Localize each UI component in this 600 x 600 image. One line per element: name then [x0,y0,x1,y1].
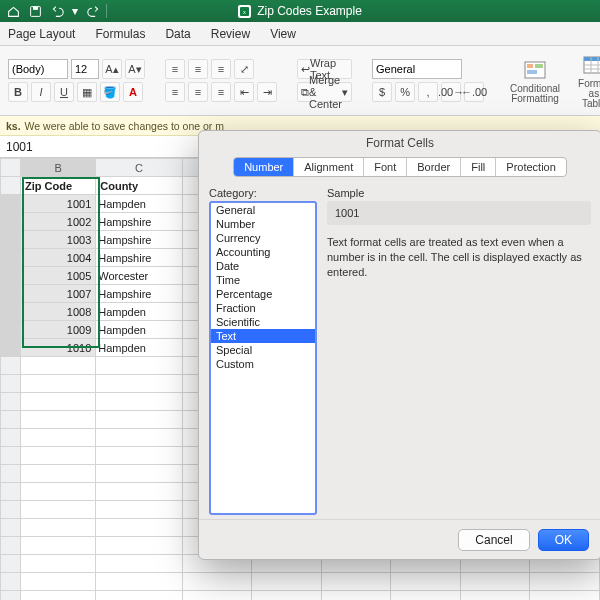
row-header[interactable] [1,591,21,601]
border-button[interactable]: ▦ [77,82,97,102]
row-header[interactable] [1,573,21,591]
row-header[interactable] [1,303,21,321]
cell[interactable] [96,555,182,573]
category-item-custom[interactable]: Custom [211,357,315,371]
row-header[interactable] [1,267,21,285]
cell-header-zip[interactable]: Zip Code [21,177,96,195]
cell[interactable] [21,411,96,429]
dialog-tab-protection[interactable]: Protection [496,158,566,176]
category-item-number[interactable]: Number [211,217,315,231]
cell-zip[interactable]: 1005 [21,267,96,285]
category-list[interactable]: GeneralNumberCurrencyAccountingDateTimeP… [209,201,317,515]
cell-county[interactable]: Hampden [96,303,182,321]
row-header[interactable] [1,519,21,537]
cell[interactable] [321,591,391,601]
cell[interactable] [96,591,182,601]
home-icon[interactable] [4,2,22,20]
cell-zip[interactable]: 1007 [21,285,96,303]
redo-icon[interactable] [84,2,102,20]
cell[interactable] [460,591,530,601]
align-bottom-icon[interactable]: ≡ [211,59,231,79]
cell-county[interactable]: Hampshire [96,231,182,249]
row-header[interactable] [1,195,21,213]
font-name-select[interactable] [8,59,68,79]
cell[interactable] [391,573,461,591]
undo-icon[interactable] [48,2,66,20]
cell[interactable] [21,465,96,483]
category-item-fraction[interactable]: Fraction [211,301,315,315]
cell[interactable] [21,537,96,555]
tab-view[interactable]: View [270,27,296,41]
cell[interactable] [96,393,182,411]
cell-zip[interactable]: 1003 [21,231,96,249]
row-header[interactable] [1,483,21,501]
fill-color-button[interactable]: 🪣 [100,82,120,102]
cell[interactable] [96,429,182,447]
chevron-down-icon[interactable]: ▾ [70,2,80,20]
format-as-table-button[interactable]: Format as Table [572,51,600,111]
cell[interactable] [530,573,600,591]
cell-zip[interactable]: 1010 [21,339,96,357]
category-item-special[interactable]: Special [211,343,315,357]
cell[interactable] [21,447,96,465]
comma-icon[interactable]: , [418,82,438,102]
cell-zip[interactable]: 1009 [21,321,96,339]
tab-review[interactable]: Review [211,27,250,41]
cell[interactable] [21,573,96,591]
row-header[interactable] [1,465,21,483]
font-color-button[interactable]: A [123,82,143,102]
cell[interactable] [96,573,182,591]
tab-data[interactable]: Data [165,27,190,41]
decrease-indent-icon[interactable]: ⇤ [234,82,254,102]
ok-button[interactable]: OK [538,529,589,551]
align-center-icon[interactable]: ≡ [188,82,208,102]
row-header[interactable] [1,555,21,573]
dialog-tab-font[interactable]: Font [364,158,407,176]
row-header[interactable] [1,321,21,339]
italic-button[interactable]: I [31,82,51,102]
row-header[interactable] [1,213,21,231]
cell[interactable] [21,357,96,375]
category-item-text[interactable]: Text [211,329,315,343]
cell[interactable] [21,393,96,411]
cell[interactable] [96,537,182,555]
row-header[interactable] [1,375,21,393]
category-item-accounting[interactable]: Accounting [211,245,315,259]
row-header[interactable] [1,447,21,465]
cell[interactable] [21,429,96,447]
conditional-formatting-button[interactable]: Conditional Formatting [504,56,566,106]
align-middle-icon[interactable]: ≡ [188,59,208,79]
cell-county[interactable]: Hampden [96,339,182,357]
cell-zip[interactable]: 1004 [21,249,96,267]
row-header[interactable] [1,501,21,519]
col-header-c[interactable]: C [96,159,182,177]
cell[interactable] [321,573,391,591]
category-item-time[interactable]: Time [211,273,315,287]
row-header[interactable] [1,429,21,447]
cell[interactable] [21,483,96,501]
cell[interactable] [96,465,182,483]
cell[interactable] [530,591,600,601]
cancel-button[interactable]: Cancel [458,529,529,551]
cell-county[interactable]: Hampshire [96,249,182,267]
row-header[interactable] [1,177,21,195]
save-icon[interactable] [26,2,44,20]
cell[interactable] [21,555,96,573]
decrease-font-icon[interactable]: A▾ [125,59,145,79]
increase-indent-icon[interactable]: ⇥ [257,82,277,102]
cell[interactable] [21,519,96,537]
category-item-date[interactable]: Date [211,259,315,273]
font-size-select[interactable] [71,59,99,79]
cell[interactable] [252,591,322,601]
category-item-scientific[interactable]: Scientific [211,315,315,329]
cell[interactable] [182,573,252,591]
category-item-currency[interactable]: Currency [211,231,315,245]
category-item-percentage[interactable]: Percentage [211,287,315,301]
percent-icon[interactable]: % [395,82,415,102]
row-header[interactable] [1,357,21,375]
dialog-tab-alignment[interactable]: Alignment [294,158,364,176]
cell[interactable] [96,411,182,429]
cell[interactable] [460,573,530,591]
increase-font-icon[interactable]: A▴ [102,59,122,79]
row-header[interactable] [1,339,21,357]
